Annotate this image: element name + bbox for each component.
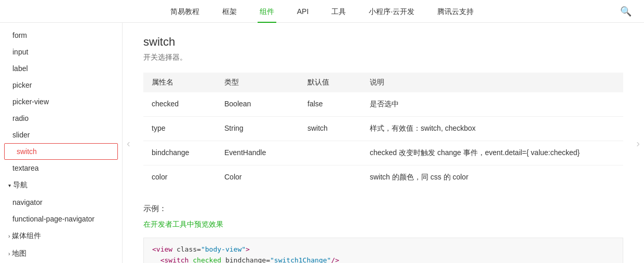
code-value-body-view: "body-view"	[201, 245, 246, 253]
table-header-desc: 说明	[361, 73, 623, 92]
next-page-arrow[interactable]: ›	[636, 137, 640, 149]
table-header-name: 属性名	[143, 73, 216, 92]
attr-type-checked: Boolean	[216, 92, 299, 117]
table-row: bindchange EventHandle checked 改变时触发 cha…	[143, 141, 623, 165]
prev-page-arrow[interactable]: ‹	[127, 137, 130, 149]
nav-item-miniapp[interactable]: 小程序·云开发	[367, 0, 417, 23]
code-attr-checked: checked	[193, 256, 225, 263]
nav-item-gongju[interactable]: 工具	[329, 0, 348, 23]
sidebar-item-radio[interactable]: radio	[0, 110, 122, 127]
sidebar-section-map-label: 地图	[12, 249, 26, 258]
code-block: <view class="body-view"> <switch checked…	[143, 238, 623, 263]
code-line-2: <switch checked bindchange="switch1Chang…	[152, 255, 614, 263]
nav-item-jianyi[interactable]: 简易教程	[168, 0, 202, 23]
sidebar-item-picker-view[interactable]: picker-view	[0, 93, 122, 110]
attr-desc-bindchange: checked 改变时触发 change 事件，event.detail={ v…	[361, 141, 623, 165]
nav-items: 简易教程 框架 组件 API 工具 小程序·云开发 腾讯云支持	[168, 0, 476, 23]
attr-desc-checked: 是否选中	[361, 92, 623, 117]
nav-item-zujian[interactable]: 组件	[258, 0, 276, 23]
sidebar-section-navigation[interactable]: ▾ 导航	[0, 176, 122, 194]
sidebar-section-media-label: 媒体组件	[12, 231, 41, 241]
attr-type-type: String	[216, 117, 299, 141]
sidebar-item-picker[interactable]: picker	[0, 77, 122, 93]
attr-desc-color: switch 的颜色，同 css 的 color	[361, 165, 623, 190]
sidebar-section-media[interactable]: › 媒体组件	[0, 227, 122, 245]
attr-name-bindchange: bindchange	[143, 141, 216, 165]
attr-type-bindchange: EventHandle	[216, 141, 299, 165]
top-nav: 简易教程 框架 组件 API 工具 小程序·云开发 腾讯云支持 🔍	[0, 0, 644, 23]
sidebar-item-functional-page-navigator[interactable]: functional-page-navigator	[0, 211, 122, 227]
table-row: checked Boolean false 是否选中	[143, 92, 623, 117]
attr-name-color: color	[143, 165, 216, 190]
code-line-1: <view class="body-view">	[152, 244, 614, 255]
chevron-right-icon: ›	[8, 233, 10, 239]
chevron-right-icon-2: ›	[8, 251, 10, 257]
attr-default-color	[299, 165, 361, 190]
content-area: switch 开关选择器。 属性名 类型 默认值 说明 checked Bool…	[123, 23, 644, 263]
table-row: color Color switch 的颜色，同 css 的 color	[143, 165, 623, 190]
attr-desc-type: 样式，有效值：switch, checkbox	[361, 117, 623, 141]
preview-link[interactable]: 在开发者工具中预览效果	[143, 220, 223, 229]
attr-default-bindchange	[299, 141, 361, 165]
sidebar-item-slider[interactable]: slider	[0, 127, 122, 143]
table-header-default: 默认值	[299, 73, 361, 92]
sidebar-item-form[interactable]: form	[0, 27, 122, 44]
table-row: type String switch 样式，有效值：switch, checkb…	[143, 117, 623, 141]
nav-item-kuangjia[interactable]: 框架	[220, 0, 239, 23]
code-tag-switch-close: />	[331, 256, 339, 263]
sidebar-section-map[interactable]: › 地图	[0, 245, 122, 262]
table-header-type: 类型	[216, 73, 299, 92]
code-attr-class: class=	[177, 245, 201, 253]
sidebar-item-input[interactable]: input	[0, 44, 122, 60]
code-tag-view-close: >	[246, 245, 250, 253]
sidebar-item-textarea[interactable]: textarea	[0, 160, 122, 176]
code-tag-switch-open: <switch	[160, 256, 189, 263]
attr-type-color: Color	[216, 165, 299, 190]
attr-default-checked: false	[299, 92, 361, 117]
attr-name-type: type	[143, 117, 216, 141]
sidebar-item-navigator[interactable]: navigator	[0, 194, 122, 211]
code-attr-bindchange: bindchange=	[225, 256, 270, 263]
attr-default-type: switch	[299, 117, 361, 141]
sidebar-item-label[interactable]: label	[0, 60, 122, 77]
code-tag-view-open: <view	[152, 245, 172, 253]
nav-item-tencent[interactable]: 腾讯云支持	[435, 0, 476, 23]
sidebar-section-nav-label: 导航	[13, 181, 28, 190]
chevron-down-icon: ▾	[8, 183, 11, 188]
page-title: switch	[143, 35, 623, 49]
sidebar: form input label picker picker-view radi…	[0, 23, 123, 263]
page-subtitle: 开关选择器。	[143, 53, 623, 62]
attributes-table: 属性名 类型 默认值 说明 checked Boolean false 是否选中…	[143, 73, 623, 189]
example-section-title: 示例：	[143, 204, 623, 214]
main-layout: form input label picker picker-view radi…	[0, 23, 644, 263]
attr-name-checked: checked	[143, 92, 216, 117]
search-icon[interactable]: 🔍	[620, 6, 632, 17]
nav-item-api[interactable]: API	[295, 0, 311, 23]
code-value-bindchange: "switch1Change"	[270, 256, 331, 263]
sidebar-item-switch[interactable]: switch	[4, 143, 118, 160]
